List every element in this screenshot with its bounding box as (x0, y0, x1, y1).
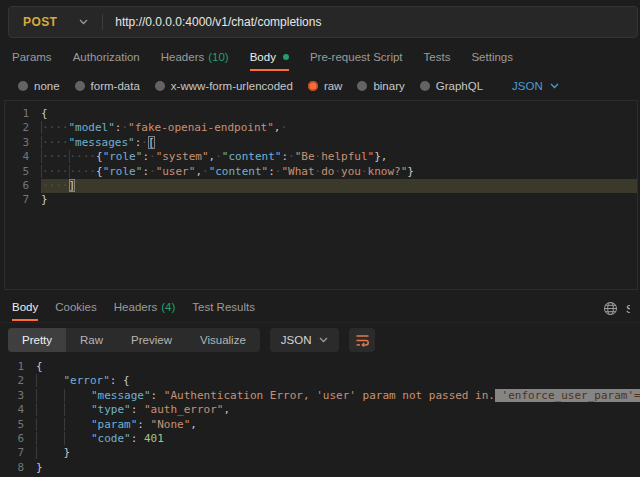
response-tab-headers[interactable]: Headers(4) (114, 296, 176, 321)
line-content: "message": "Authentication Error, 'user'… (36, 389, 640, 403)
response-toolbar: PrettyRawPreviewVisualize JSON (8, 328, 375, 352)
code-token: "system" (156, 150, 209, 163)
tab-pre-request-script[interactable]: Pre-request Script (310, 46, 403, 71)
response-tab-label: Body (12, 301, 38, 313)
code-token: · (361, 165, 368, 178)
code-token: "content" (222, 150, 282, 163)
body-type-radio-form-data[interactable]: form-data (75, 80, 140, 92)
code-token: : (142, 150, 149, 163)
code-line: 2····"model":·"fake-openai-endpoint",· (5, 121, 637, 135)
body-type-radio-x-www-form-urlencoded[interactable]: x-www-form-urlencoded (155, 80, 293, 92)
code-token: · (288, 150, 295, 163)
view-visualize-button[interactable]: Visualize (186, 328, 260, 352)
code-token: 401 (144, 432, 164, 445)
line-content: } (36, 461, 640, 475)
url-input[interactable]: http://0.0.0.0:4000/v1/chat/completions (115, 15, 321, 29)
body-type-label: x-www-form-urlencoded (171, 80, 293, 92)
body-type-radio-binary[interactable]: binary (357, 80, 404, 92)
tab-params[interactable]: Params (12, 46, 52, 71)
tab-tests[interactable]: Tests (424, 46, 451, 71)
code-token: · (149, 165, 156, 178)
unsaved-dot-icon (283, 54, 289, 60)
indent-guide (36, 418, 64, 431)
body-type-label: GraphQL (436, 80, 483, 92)
line-content: ····"messages":·[ (41, 136, 637, 150)
indent-guide: ···· (41, 121, 69, 134)
view-preview-button[interactable]: Preview (117, 328, 186, 352)
code-token: : (142, 165, 149, 178)
indent-guide: ···· (41, 136, 69, 149)
code-token: know?" (368, 165, 408, 178)
indent-guide (36, 389, 64, 402)
divider (102, 14, 103, 30)
line-number: 2 (5, 121, 41, 135)
code-token: } (36, 461, 43, 474)
code-token: · (149, 150, 156, 163)
body-type-label: binary (373, 80, 404, 92)
indent-guide (64, 418, 92, 431)
code-token: : (151, 389, 164, 402)
tab-headers[interactable]: Headers(10) (161, 46, 229, 71)
response-tab-body[interactable]: Body (12, 296, 38, 321)
code-line: 5········{"role":·"user",·"content":·"Wh… (5, 165, 637, 179)
tab-label: Body (250, 51, 276, 63)
line-number: 3 (5, 136, 41, 150)
indent-guide: ···· (69, 165, 97, 178)
response-tab-cookies[interactable]: Cookies (55, 296, 97, 321)
radio-circle-icon (18, 81, 28, 91)
code-token: } (64, 446, 71, 459)
line-content: ····] (41, 179, 637, 193)
code-token: · (141, 136, 148, 149)
chevron-down-icon (319, 337, 328, 343)
code-token: "error" (64, 374, 110, 387)
code-line: 7 } (0, 446, 640, 460)
radio-circle-icon (155, 81, 165, 91)
tab-settings[interactable]: Settings (471, 46, 513, 71)
line-content: "code": 401 (36, 432, 640, 446)
line-number: 1 (0, 360, 36, 374)
view-pretty-button[interactable]: Pretty (8, 328, 66, 352)
code-token: , (190, 418, 197, 431)
code-token: · (202, 165, 209, 178)
word-wrap-icon (355, 333, 370, 347)
response-body-viewer[interactable]: 1{2 "error": {3 "message": "Authenticati… (0, 356, 640, 477)
indent-guide: ···· (69, 150, 97, 163)
tab-label: Pre-request Script (310, 51, 403, 63)
tab-count-badge: (4) (161, 301, 175, 313)
code-token: you (341, 165, 361, 178)
code-token: { (36, 360, 43, 373)
code-token: "message" (91, 389, 151, 402)
line-number: 2 (0, 374, 36, 388)
line-content: ········{"role":·"user",·"content":·"Wha… (41, 165, 637, 179)
indent-guide (64, 389, 92, 402)
postman-request-window: POST http://0.0.0.0:4000/v1/chat/complet… (0, 0, 640, 477)
code-token: }, (374, 150, 387, 163)
tab-body[interactable]: Body (250, 46, 289, 71)
body-type-label: form-data (91, 80, 140, 92)
word-wrap-button[interactable] (349, 328, 375, 352)
line-number: 4 (5, 150, 41, 164)
tab-authorization[interactable]: Authorization (73, 46, 140, 71)
code-token: } (407, 165, 414, 178)
method-select[interactable]: POST (9, 15, 57, 29)
body-type-radio-none[interactable]: none (18, 80, 60, 92)
raw-format-select[interactable]: JSON (512, 80, 559, 92)
code-token: "fake-openai-endpoint" (128, 121, 274, 134)
chevron-down-icon[interactable] (79, 19, 88, 25)
code-line: 2 "error": { (0, 374, 640, 388)
code-line: 5 "param": "None", (0, 418, 640, 432)
code-token: "None" (151, 418, 191, 431)
line-content: { (36, 360, 640, 374)
globe-icon[interactable] (603, 301, 618, 316)
line-content: } (41, 193, 637, 207)
code-line: 4········{"role":·"system",·"content":·"… (5, 150, 637, 164)
request-tabs: ParamsAuthorizationHeaders(10)BodyPre-re… (0, 46, 640, 72)
code-token: "user" (156, 165, 196, 178)
line-content: "param": "None", (36, 418, 640, 432)
body-type-radio-graphql[interactable]: GraphQL (420, 80, 483, 92)
request-body-editor[interactable]: 1{2····"model":·"fake-openai-endpoint",·… (4, 100, 638, 290)
response-tab-test-results[interactable]: Test Results (192, 296, 255, 321)
body-type-radio-raw[interactable]: raw (308, 80, 343, 92)
response-format-select[interactable]: JSON (270, 328, 340, 352)
view-raw-button[interactable]: Raw (66, 328, 117, 352)
